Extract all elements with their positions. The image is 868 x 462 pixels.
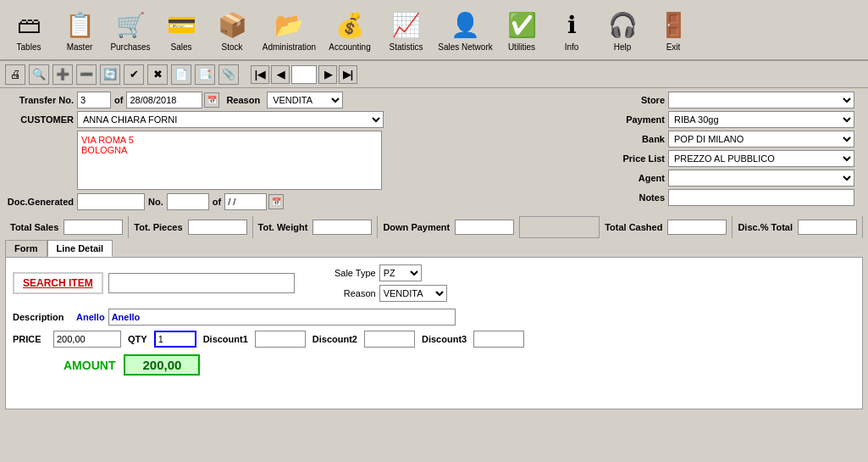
zoom-btn[interactable]: 🔍 [29, 64, 49, 85]
form-columns: Transfer No. of 📅 Reason VENDITA CUSTOME… [5, 92, 863, 213]
right-column: Store Payment RIBA 30gg Bank POP DI MILA… [609, 92, 863, 213]
tab-bar: Form Line Detail [5, 240, 863, 257]
doc-generated-label: Doc.Generated [5, 197, 77, 207]
address-line2: BOLOGNA [81, 145, 378, 155]
total-cashed-value[interactable] [667, 220, 727, 235]
notes-row: Notes [609, 189, 863, 206]
notes-input[interactable] [668, 189, 854, 206]
of-text: of [114, 95, 123, 105]
remove-btn[interactable]: ➖ [76, 64, 97, 85]
sale-type-select[interactable]: PZ [379, 264, 422, 281]
amount-label: AMOUNT [64, 359, 115, 372]
tot-weight-tab: Tot. Weight [253, 216, 379, 238]
nav-page-input[interactable]: 1 [291, 65, 317, 84]
agent-select[interactable] [668, 170, 854, 186]
reason-detail-label: Reason [317, 288, 376, 298]
toolbar-master[interactable]: 📋 Master [54, 7, 105, 53]
down-payment-tab: Down Payment [378, 216, 520, 238]
exit-label: Exit [666, 42, 681, 52]
transfer-row: Transfer No. of 📅 Reason VENDITA [5, 92, 602, 109]
toolbar-purchases[interactable]: 🛒 Purchases [105, 7, 156, 53]
bank-label: Bank [609, 134, 668, 144]
sale-type-field: Sale Type PZ [317, 264, 447, 281]
agent-row: Agent [609, 170, 863, 186]
description-row: Description Anello [13, 309, 855, 326]
add-btn[interactable]: ➕ [53, 64, 73, 85]
copy-btn[interactable]: 🔄 [100, 64, 120, 85]
search-item-button[interactable]: SEARCH ITEM [13, 272, 103, 294]
price-list-select[interactable]: PREZZO AL PUBBLICO [668, 150, 854, 167]
customer-label: CUSTOMER [5, 114, 77, 125]
toolbar-exit[interactable]: 🚪 Exit [648, 7, 699, 53]
doc-generated-input[interactable] [77, 193, 145, 210]
discount3-input[interactable] [473, 331, 524, 348]
master-label: Master [67, 42, 93, 52]
cancel-btn[interactable]: ✖ [147, 64, 168, 85]
doc-date-picker-btn[interactable]: 📅 [268, 194, 284, 209]
customer-select[interactable]: ANNA CHIARA FORNI [77, 111, 384, 128]
store-select[interactable] [668, 92, 854, 109]
discount1-input[interactable] [255, 331, 306, 348]
payment-select[interactable]: RIBA 30gg [668, 111, 854, 128]
nav-first[interactable]: |◀ [251, 65, 269, 84]
extra-btn[interactable]: 📎 [218, 64, 239, 85]
price-list-row: Price List PREZZO AL PUBBLICO [609, 150, 863, 167]
sales-network-icon: 👤 [449, 8, 483, 42]
tot-pieces-value[interactable] [188, 220, 247, 235]
info-icon: ℹ [555, 8, 589, 42]
tables-icon: 🗃 [12, 8, 46, 42]
date-picker-btn[interactable]: 📅 [204, 92, 219, 108]
tables-label: Tables [17, 42, 41, 52]
qty-input[interactable] [154, 331, 196, 348]
no-input[interactable] [167, 193, 209, 210]
print-btn[interactable]: 🖨 [5, 64, 25, 85]
total-sales-value[interactable] [64, 220, 123, 235]
payment-row: Payment RIBA 30gg [609, 111, 863, 128]
toolbar: 🗃 Tables 📋 Master 🛒 Purchases 💳 Sales 📦 … [0, 0, 868, 61]
discount2-input[interactable] [364, 331, 415, 348]
price-input[interactable] [53, 331, 121, 348]
toolbar-utilities[interactable]: ✅ Utilities [497, 7, 546, 53]
nav-prev[interactable]: ◀ [271, 65, 290, 84]
qty-label: QTY [128, 334, 147, 344]
reason-detail-select[interactable]: VENDITA [379, 285, 447, 302]
payment-label: Payment [609, 114, 668, 125]
toolbar-tables[interactable]: 🗃 Tables [3, 7, 54, 53]
description-input[interactable] [108, 309, 456, 326]
confirm-btn[interactable]: ✔ [124, 64, 144, 85]
toolbar-statistics[interactable]: 📈 Statistics [379, 7, 434, 53]
reason-select[interactable]: VENDITA [267, 92, 343, 109]
nav-next[interactable]: ▶ [318, 65, 337, 84]
help-icon: 🎧 [605, 8, 639, 42]
discount1-label: Discount1 [203, 334, 248, 344]
purchases-label: Purchases [110, 42, 150, 52]
nav-last[interactable]: ▶| [339, 65, 357, 84]
toolbar-sales-network[interactable]: 👤 Sales Network [434, 7, 497, 53]
toolbar-info[interactable]: ℹ Info [546, 7, 597, 53]
down-payment-label: Down Payment [383, 222, 450, 232]
toolbar-sales[interactable]: 💳 Sales [156, 7, 207, 53]
tot-pieces-label: Tot. Pieces [134, 222, 182, 232]
bank-select[interactable]: POP DI MILANO [668, 131, 854, 148]
toolbar-stock[interactable]: 📦 Stock [207, 7, 257, 53]
next-doc-btn[interactable]: 📑 [195, 64, 215, 85]
transfer-label: Transfer No. [5, 95, 77, 105]
toolbar-help[interactable]: 🎧 Help [597, 7, 648, 53]
prev-doc-btn[interactable]: 📄 [171, 64, 191, 85]
price-list-label: Price List [609, 153, 668, 164]
reason-label: Reason [226, 95, 260, 105]
toolbar-accounting[interactable]: 💰 Accounting [321, 7, 379, 53]
store-label: Store [609, 95, 668, 105]
tab-line-detail[interactable]: Line Detail [47, 240, 113, 257]
tab-form[interactable]: Form [5, 240, 47, 257]
tot-weight-value[interactable] [312, 220, 372, 235]
toolbar-administration[interactable]: 📂 Administration [257, 7, 321, 53]
search-item-input[interactable] [108, 273, 295, 293]
utilities-label: Utilities [508, 42, 535, 52]
main-content: Transfer No. of 📅 Reason VENDITA CUSTOME… [0, 88, 868, 413]
down-payment-value[interactable] [455, 220, 514, 235]
of-doc-input[interactable] [224, 193, 267, 210]
disc-total-value[interactable] [798, 220, 857, 235]
date-input[interactable] [126, 92, 202, 109]
transfer-no-input[interactable] [77, 92, 111, 109]
